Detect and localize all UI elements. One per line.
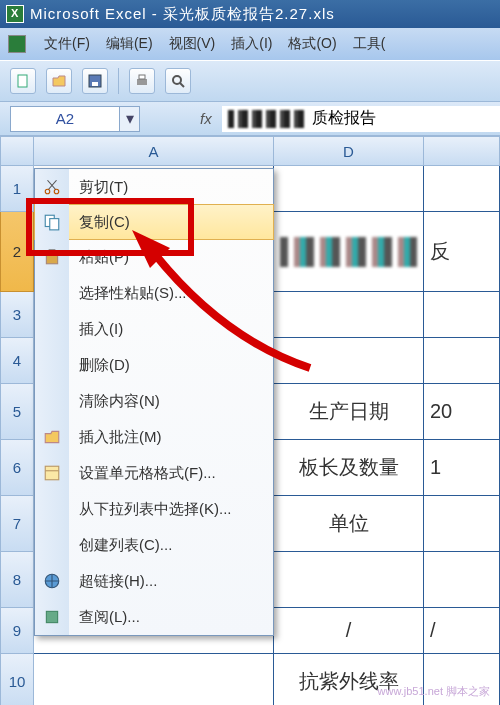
svg-point-5 [173,76,181,84]
row-header-1[interactable]: 1 [0,166,34,212]
name-box-dropdown[interactable]: ▾ [120,106,140,132]
toolbar-separator [118,68,119,94]
scissors-icon [35,169,69,205]
cell[interactable] [424,338,500,384]
cell[interactable] [424,552,500,608]
row-header-5[interactable]: 5 [0,384,34,440]
cell[interactable]: / [274,608,424,654]
ctx-insert-comment[interactable]: 插入批注(M) [35,419,273,455]
context-menu: 剪切(T) 复制(C) 粘贴(P) 选择性粘贴(S)... 插入(I) 删除(D… [34,168,274,636]
menu-edit[interactable]: 编辑(E) [98,31,161,57]
menu-insert[interactable]: 插入(I) [223,31,280,57]
row-header-2[interactable]: 2 [0,212,34,292]
pixelated-text [228,110,308,128]
ctx-create-list[interactable]: 创建列表(C)... [35,527,273,563]
ctx-label: 查阅(L)... [69,608,273,627]
svg-rect-15 [45,466,59,480]
cell[interactable]: 1 [424,440,500,496]
col-header-e[interactable] [424,136,500,166]
cell[interactable] [424,292,500,338]
ctx-label: 清除内容(N) [69,392,273,411]
fx-label: fx [200,110,212,127]
title-bar: Microsoft Excel - 采光板质检报告2.27.xls [0,0,500,28]
menu-tools[interactable]: 工具( [345,31,394,57]
ctx-label: 创建列表(C)... [69,536,273,555]
book-icon [35,599,69,635]
row-header-6[interactable]: 6 [0,440,34,496]
formula-bar: A2 ▾ fx 质检报告 [0,102,500,136]
ctx-label: 剪切(T) [69,178,273,197]
select-all-corner[interactable] [0,136,34,166]
watermark: www.jb51.net 脚本之家 [378,684,490,699]
svg-rect-13 [46,251,57,263]
cell[interactable] [34,654,274,705]
cell[interactable] [424,166,500,212]
svg-rect-18 [46,611,57,622]
cell[interactable]: 生产日期 [274,384,424,440]
copy-icon [35,205,69,239]
menu-bar: 文件(F) 编辑(E) 视图(V) 插入(I) 格式(O) 工具( [0,28,500,60]
ctx-insert[interactable]: 插入(I) [35,311,273,347]
ctx-cut[interactable]: 剪切(T) [35,169,273,205]
svg-line-10 [48,180,56,189]
row-header-8[interactable]: 8 [0,552,34,608]
svg-point-8 [54,189,59,194]
excel-doc-icon [8,35,26,53]
cell[interactable]: 20 [424,384,500,440]
ctx-lookup[interactable]: 查阅(L)... [35,599,273,635]
ctx-paste-special[interactable]: 选择性粘贴(S)... [35,275,273,311]
cell[interactable]: 板长及数量 [274,440,424,496]
row-header-7[interactable]: 7 [0,496,34,552]
ctx-delete[interactable]: 删除(D) [35,347,273,383]
cell[interactable] [274,166,424,212]
ctx-label: 超链接(H)... [69,572,273,591]
svg-rect-2 [92,82,98,86]
ctx-label: 复制(C) [69,213,273,232]
name-box[interactable]: A2 [10,106,120,132]
cell[interactable] [274,292,424,338]
cell[interactable] [274,338,424,384]
svg-rect-12 [50,219,59,230]
cell[interactable] [274,552,424,608]
cell[interactable] [274,212,424,292]
save-button[interactable] [82,68,108,94]
ctx-label: 粘贴(P) [69,248,273,267]
print-button[interactable] [129,68,155,94]
row-header-9[interactable]: 9 [0,608,34,654]
cell[interactable]: 反 [424,212,500,292]
svg-point-7 [45,189,50,194]
preview-button[interactable] [165,68,191,94]
ctx-format-cells[interactable]: 设置单元格格式(F)... [35,455,273,491]
open-button[interactable] [46,68,72,94]
svg-rect-3 [137,79,147,85]
folder-icon [35,419,69,455]
row-header-3[interactable]: 3 [0,292,34,338]
window-title: Microsoft Excel - 采光板质检报告2.27.xls [30,5,335,24]
cell[interactable] [424,496,500,552]
formula-input[interactable]: 质检报告 [222,106,500,132]
ctx-clear[interactable]: 清除内容(N) [35,383,273,419]
row-header-4[interactable]: 4 [0,338,34,384]
column-headers: A D [0,136,500,166]
cell[interactable]: 单位 [274,496,424,552]
row-header-10[interactable]: 10 [0,654,34,705]
col-header-d[interactable]: D [274,136,424,166]
cell[interactable]: / [424,608,500,654]
ctx-label: 插入(I) [69,320,273,339]
ctx-paste[interactable]: 粘贴(P) [35,239,273,275]
ctx-label: 删除(D) [69,356,273,375]
svg-rect-4 [139,75,145,79]
col-header-a[interactable]: A [34,136,274,166]
new-button[interactable] [10,68,36,94]
menu-view[interactable]: 视图(V) [161,31,224,57]
ctx-label: 插入批注(M) [69,428,273,447]
menu-format[interactable]: 格式(O) [280,31,344,57]
ctx-label: 从下拉列表中选择(K)... [69,500,273,519]
ctx-hyperlink[interactable]: 超链接(H)... [35,563,273,599]
menu-file[interactable]: 文件(F) [36,31,98,57]
svg-line-6 [180,83,184,87]
svg-rect-0 [18,75,27,87]
ctx-pick-list[interactable]: 从下拉列表中选择(K)... [35,491,273,527]
format-icon [35,455,69,491]
ctx-copy[interactable]: 复制(C) [34,204,274,240]
